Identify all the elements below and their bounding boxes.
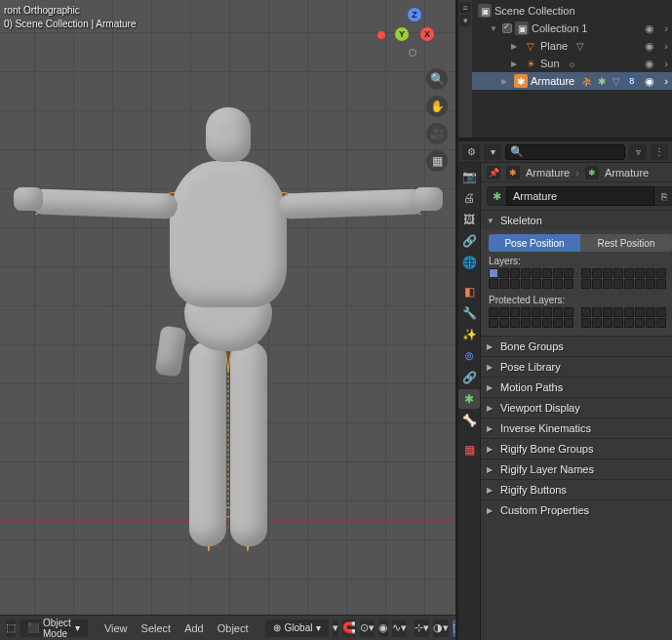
layer-button[interactable] <box>489 268 498 278</box>
layer-button[interactable] <box>581 318 591 328</box>
pin-icon[interactable]: 📌 <box>487 166 500 180</box>
tab-particles[interactable]: ✨ <box>458 325 480 344</box>
restrict-icon[interactable]: › <box>664 75 668 87</box>
layer-button[interactable] <box>521 268 531 278</box>
layer-button[interactable] <box>581 268 591 278</box>
disclosure-triangle-icon[interactable]: ▶ <box>511 60 521 68</box>
gizmo-toggle-icon[interactable]: ⊹▾ <box>415 620 429 637</box>
menu-add[interactable]: Add <box>179 622 209 634</box>
menu-object[interactable]: Object <box>213 622 254 634</box>
panel-header[interactable]: ▶Rigify Layer Names <box>481 460 672 479</box>
eye-icon[interactable]: ◉ <box>645 58 654 70</box>
layer-button[interactable] <box>603 268 613 278</box>
zoom-icon[interactable]: 🔍 <box>426 68 448 90</box>
viewport-3d[interactable]: ront Orthographic 0) Scene Collection | … <box>0 0 455 640</box>
layer-button[interactable] <box>603 318 613 328</box>
menu-view[interactable]: View <box>99 622 133 634</box>
layer-button[interactable] <box>542 268 552 278</box>
layer-button[interactable] <box>646 307 655 317</box>
overlays-toggle-icon[interactable]: ◑▾ <box>433 620 449 637</box>
layer-button[interactable] <box>532 268 541 278</box>
editor-type-icon[interactable]: ⚙ <box>462 144 480 160</box>
layer-button[interactable] <box>646 268 655 278</box>
chevron-down-icon[interactable]: ▾ <box>484 144 501 160</box>
editor-type-icon[interactable]: ⬚ <box>6 620 16 637</box>
snap-magnet-icon[interactable]: 🧲 <box>342 620 356 637</box>
eye-icon[interactable]: ◉ <box>645 40 654 53</box>
layer-button[interactable] <box>613 279 623 289</box>
layer-button[interactable] <box>542 318 552 328</box>
new-datablock-icon[interactable]: ⎘ <box>654 186 672 206</box>
layer-button[interactable] <box>635 318 645 328</box>
chevron-down-icon[interactable]: ▾ <box>459 15 471 26</box>
restrict-icon[interactable]: › <box>664 22 668 34</box>
xray-toggle-icon[interactable]: ⬚ <box>453 620 455 637</box>
panel-header[interactable]: ▶Viewport Display <box>481 398 672 418</box>
menu-select[interactable]: Select <box>137 622 177 634</box>
layer-button[interactable] <box>489 307 498 317</box>
navigation-gizmo[interactable]: Z Y X <box>387 8 442 62</box>
layer-button[interactable] <box>613 318 623 328</box>
layer-button[interactable] <box>592 307 602 317</box>
orientation-dropdown[interactable]: ⊕ Global ▾ <box>265 620 330 637</box>
tab-material[interactable]: ▦ <box>458 440 480 460</box>
layer-button[interactable] <box>613 307 623 317</box>
disclosure-triangle-icon[interactable]: ▼ <box>490 24 499 33</box>
layer-button[interactable] <box>592 318 602 328</box>
layer-button[interactable] <box>656 318 666 328</box>
layer-button[interactable] <box>521 279 531 289</box>
eye-icon[interactable]: ◉ <box>645 22 654 35</box>
collection-checkbox[interactable] <box>502 23 512 33</box>
tab-world[interactable]: 🌐 <box>458 253 480 272</box>
restrict-icon[interactable]: › <box>664 40 668 52</box>
camera-icon[interactable]: 🎥 <box>426 123 448 144</box>
proportional-edit-icon[interactable]: ◉ <box>378 620 388 637</box>
layer-button[interactable] <box>624 268 634 278</box>
layer-button[interactable] <box>635 307 645 317</box>
panel-header[interactable]: ▶Custom Properties <box>481 500 672 520</box>
layer-button[interactable] <box>499 279 509 289</box>
filter-icon[interactable]: ▿ <box>629 144 647 160</box>
properties-search[interactable]: 🔍 <box>505 144 625 160</box>
tab-object[interactable]: ◧ <box>458 282 480 301</box>
proportional-falloff-icon[interactable]: ∿▾ <box>392 620 407 637</box>
outliner-item-plane[interactable]: ▶ ▽ Plane ▽ ◉ › <box>472 37 672 55</box>
layer-button[interactable] <box>603 307 613 317</box>
layer-button[interactable] <box>613 268 623 278</box>
layer-button[interactable] <box>542 307 552 317</box>
pan-icon[interactable]: ✋ <box>426 96 448 117</box>
layer-button[interactable] <box>646 279 655 289</box>
layer-button[interactable] <box>542 279 552 289</box>
layer-button[interactable] <box>510 318 520 328</box>
tab-scene[interactable]: 🔗 <box>458 231 480 251</box>
layer-button[interactable] <box>603 279 613 289</box>
outliner-item-sun[interactable]: ▶ ☀ Sun ☼ ◉ › <box>472 55 672 72</box>
disclosure-triangle-icon[interactable]: ▶ <box>501 77 511 86</box>
tab-physics[interactable]: ⊚ <box>458 346 480 366</box>
mode-dropdown[interactable]: ⬛ Object Mode ▾ <box>20 620 88 637</box>
tab-modifier[interactable]: 🔧 <box>458 303 480 323</box>
layer-button[interactable] <box>532 318 541 328</box>
layer-button[interactable] <box>624 307 634 317</box>
outliner-item-armature[interactable]: ▶ ✱ Armature ⛹ ✱ ▽ 8 ◉ › <box>472 72 672 90</box>
panel-header[interactable]: ▶Pose Library <box>481 357 672 377</box>
layer-button[interactable] <box>532 279 541 289</box>
gizmo-axis-x[interactable]: X <box>420 27 434 41</box>
layer-button[interactable] <box>624 279 634 289</box>
snap-target-icon[interactable]: ⊙▾ <box>360 620 375 637</box>
tab-render[interactable]: 📷 <box>458 167 480 186</box>
layer-button[interactable] <box>553 318 563 328</box>
armature-data-icon[interactable]: ✱ <box>487 186 506 206</box>
snap-dropdown[interactable]: ▾ <box>333 620 338 637</box>
panel-header[interactable]: ▶Bone Groups <box>481 337 672 356</box>
gizmo-axis-y[interactable]: Y <box>395 27 409 41</box>
layer-button[interactable] <box>489 279 498 289</box>
tab-viewlayer[interactable]: 🖼 <box>458 210 480 229</box>
gizmo-axis-z[interactable]: Z <box>408 8 421 21</box>
layer-button[interactable] <box>656 307 666 317</box>
layer-button[interactable] <box>624 318 634 328</box>
tab-constraints[interactable]: 🔗 <box>458 368 480 387</box>
layer-button[interactable] <box>532 307 541 317</box>
layer-button[interactable] <box>581 307 591 317</box>
panel-header[interactable]: ▶Motion Paths <box>481 378 672 397</box>
